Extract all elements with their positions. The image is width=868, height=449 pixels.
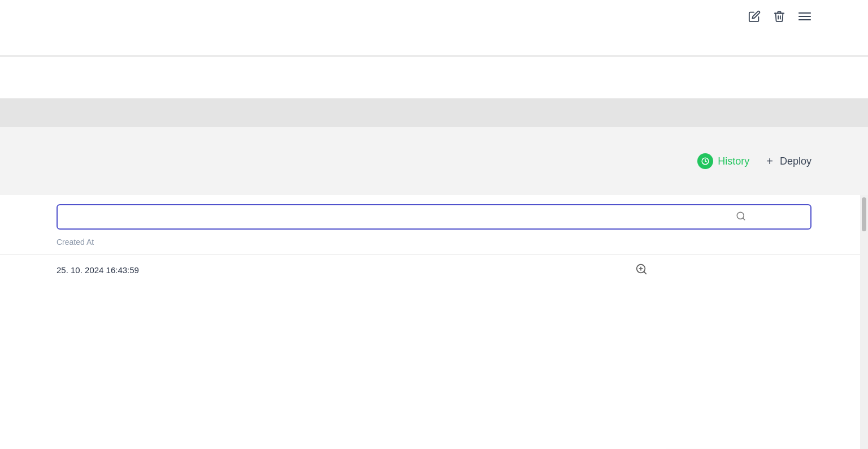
scrollbar[interactable] <box>860 195 868 449</box>
history-button[interactable]: History <box>697 153 749 169</box>
scrollbar-thumb <box>862 197 866 231</box>
table-header: Created At <box>0 230 868 255</box>
row-zoom-icon[interactable] <box>635 263 648 278</box>
deploy-prefix: + <box>766 155 773 168</box>
cell-created-at: 25. 10. 2024 16:43:59 <box>57 265 139 275</box>
search-wrapper <box>57 204 811 230</box>
table-row: 25. 10. 2024 16:43:59 <box>0 255 868 285</box>
delete-button[interactable] <box>773 10 785 23</box>
search-input[interactable] <box>57 204 811 230</box>
action-bar: History + Deploy <box>0 127 868 195</box>
col-created-at: Created At <box>57 238 94 247</box>
history-icon <box>697 153 713 169</box>
svg-line-5 <box>743 218 744 219</box>
more-menu-button[interactable] <box>798 11 811 22</box>
deploy-label: Deploy <box>780 156 811 167</box>
search-icon <box>736 211 746 223</box>
gray-separator <box>0 99 868 127</box>
edit-button[interactable] <box>748 10 761 23</box>
search-row <box>0 195 868 230</box>
deploy-button[interactable]: + Deploy <box>766 155 811 168</box>
history-label: History <box>718 156 749 167</box>
content-area: Created At 25. 10. 2024 16:43:59 <box>0 195 868 449</box>
svg-line-7 <box>644 271 646 274</box>
